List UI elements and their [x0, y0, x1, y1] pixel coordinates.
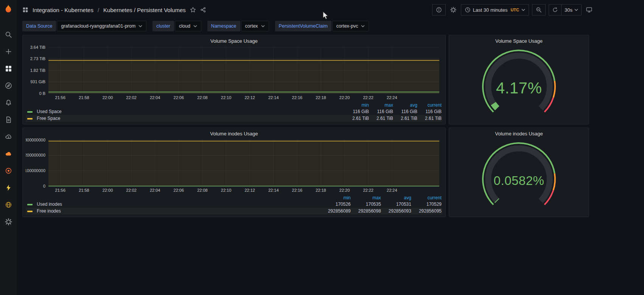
breadcrumb: Integration - Kubernetes / Kubernetes / …: [22, 7, 206, 13]
svg-text:22:20: 22:20: [339, 188, 350, 193]
svg-text:200000000: 200000000: [26, 153, 45, 157]
svg-text:300000000: 300000000: [26, 138, 45, 142]
svg-text:3.64 TiB: 3.64 TiB: [30, 45, 45, 50]
svg-text:22:06: 22:06: [174, 95, 184, 100]
sidebar-item-machine-learning[interactable]: [4, 149, 13, 158]
apps-grid-icon[interactable]: [22, 7, 28, 13]
svg-text:0: 0: [43, 184, 45, 188]
breadcrumb-folder[interactable]: Integration - Kubernetes: [33, 7, 93, 13]
search-icon: [5, 31, 12, 38]
namespace-dropdown[interactable]: cortex: [241, 21, 269, 31]
sidebar-item-oncall[interactable]: [4, 183, 13, 192]
dashboards-grid-icon: [5, 65, 12, 72]
legend-col-max[interactable]: max: [352, 195, 382, 201]
sidebar-item-synthetics[interactable]: [4, 200, 13, 209]
explore-compass-icon: [5, 82, 12, 89]
series-name[interactable]: Used inodes: [37, 202, 62, 207]
panel-title[interactable]: Volume inodes Usage: [452, 130, 586, 138]
sidebar-item-search[interactable]: [4, 30, 13, 39]
incident-icon: [5, 167, 12, 174]
gauge: 0.0582%: [452, 138, 586, 214]
panel-volume-space-usage-graph: Volume Space Usage 0 B931 GiB1.82 TiB2.7…: [22, 35, 446, 124]
svg-text:22:12: 22:12: [244, 188, 255, 193]
svg-text:22:02: 22:02: [126, 188, 137, 193]
legend-col-min[interactable]: min: [345, 102, 370, 108]
svg-text:22:08: 22:08: [197, 95, 208, 100]
sidebar: [0, 0, 17, 295]
sidebar-item-settings[interactable]: [4, 217, 13, 226]
plus-icon: [5, 48, 12, 55]
svg-text:22:10: 22:10: [221, 188, 232, 193]
sidebar-item-cloud-alerts[interactable]: [4, 132, 13, 141]
time-range-picker[interactable]: Last 30 minutes UTC: [461, 4, 529, 16]
timeseries-plot: 0 B931 GiB1.82 TiB2.73 TiB3.64 TiB21:562…: [26, 45, 442, 101]
refresh-button[interactable]: [549, 5, 561, 15]
stat-avg: 292856093: [382, 208, 412, 214]
sidebar-item-explore[interactable]: [4, 81, 13, 90]
legend-col-avg[interactable]: avg: [394, 102, 418, 108]
series-name[interactable]: Free Space: [37, 116, 60, 121]
stat-max: 116 GiB: [370, 108, 394, 115]
refresh-interval-dropdown[interactable]: 30s: [561, 5, 581, 15]
panel-volume-inodes-usage-gauge: Volume inodes Usage 0.0582%: [449, 127, 589, 217]
grafana-logo[interactable]: [3, 3, 14, 14]
sidebar-item-create[interactable]: [4, 47, 13, 56]
synthetics-globe-icon: [5, 201, 12, 208]
template-variables-bar: Data Source grafanacloud-ryanggrafana01-…: [22, 20, 594, 33]
legend-col-current[interactable]: current: [412, 195, 442, 201]
panel-volume-inodes-usage-graph: Volume inodes Usage 01000000002000000003…: [22, 127, 446, 217]
sidebar-item-reports[interactable]: [4, 115, 13, 124]
filter-cluster: cluster cloud: [152, 21, 201, 31]
filter-value-text: cortex-pvc: [336, 23, 358, 29]
series-name[interactable]: Free inodes: [37, 208, 61, 214]
datasource-dropdown[interactable]: grafanacloud-ryanggrafana01-prom: [57, 21, 146, 31]
panel-info-button[interactable]: [432, 4, 446, 16]
sidebar-item-dashboards[interactable]: [4, 64, 13, 73]
settings-gear-icon: [5, 218, 12, 225]
series-color-swatch: [27, 111, 33, 113]
legend-col-min[interactable]: min: [321, 195, 352, 201]
monitor-icon: [586, 7, 592, 13]
svg-text:22:18: 22:18: [316, 188, 326, 193]
svg-text:931 GiB: 931 GiB: [30, 79, 45, 84]
svg-text:1.82 TiB: 1.82 TiB: [30, 68, 45, 73]
filter-label: Namespace: [207, 21, 240, 31]
svg-text:22:18: 22:18: [316, 95, 326, 100]
timeseries-plot: 010000000020000000030000000021:5621:5822…: [26, 138, 442, 194]
share-icon[interactable]: [200, 7, 206, 13]
sidebar-item-incident[interactable]: [4, 166, 13, 175]
panel-volume-space-usage-gauge: Volume Space Usage 4.17%: [449, 35, 589, 124]
panel-title[interactable]: Volume inodes Usage: [26, 130, 442, 138]
legend-row: Free Space 2.61 TiB 2.61 TiB 2.61 TiB 2.…: [26, 115, 442, 122]
panel-title[interactable]: Volume Space Usage: [26, 37, 442, 45]
kiosk-mode-button[interactable]: [585, 4, 594, 16]
grafana-app: Integration - Kubernetes / Kubernetes / …: [0, 0, 644, 295]
dashboard-settings-button[interactable]: [449, 4, 458, 16]
chevron-down-icon: [521, 9, 525, 11]
pvc-dropdown[interactable]: cortex-pvc: [332, 21, 369, 31]
series-name[interactable]: Used Space: [37, 109, 61, 114]
legend-col-avg[interactable]: avg: [382, 195, 412, 201]
svg-text:22:14: 22:14: [268, 95, 279, 100]
series-color-swatch: [27, 211, 33, 212]
chevron-down-icon: [138, 25, 142, 27]
legend-col-max[interactable]: max: [370, 102, 394, 108]
legend-col-current[interactable]: current: [418, 102, 442, 108]
gauge: 4.17%: [452, 45, 586, 122]
panel-title[interactable]: Volume Space Usage: [452, 37, 586, 45]
svg-text:22:02: 22:02: [126, 95, 137, 100]
info-icon: [436, 7, 442, 13]
breadcrumb-dashboard[interactable]: Kubernetes / Persistent Volumes: [103, 7, 186, 13]
cluster-dropdown[interactable]: cloud: [175, 21, 201, 31]
chevron-down-icon: [574, 9, 578, 11]
svg-text:0 B: 0 B: [39, 91, 45, 96]
svg-text:22:00: 22:00: [103, 188, 113, 193]
sidebar-item-alerting[interactable]: [4, 98, 13, 107]
alerting-bell-icon: [5, 99, 12, 106]
svg-text:22:14: 22:14: [268, 188, 279, 193]
star-icon[interactable]: [190, 7, 196, 13]
zoom-out-time-button[interactable]: [532, 4, 546, 16]
stat-current: 116 GiB: [418, 108, 442, 115]
series-color-swatch: [27, 204, 33, 205]
svg-text:21:56: 21:56: [55, 188, 66, 193]
